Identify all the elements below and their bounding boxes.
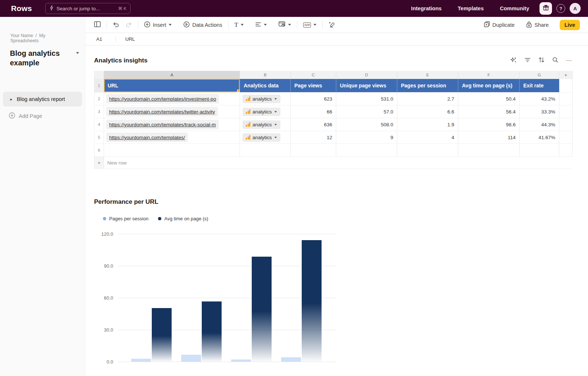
gift-button[interactable] (539, 2, 552, 15)
analytics-chip[interactable]: analytics (243, 120, 280, 129)
redo-button[interactable] (125, 20, 133, 30)
table-title[interactable]: Analytics insights (94, 57, 147, 64)
caret-right-icon[interactable]: ▸ (10, 97, 12, 102)
analytics-chip[interactable]: analytics (243, 133, 280, 142)
nav-link-integrations[interactable]: Integrations (411, 6, 442, 11)
value-cell[interactable]: 98.6 (458, 118, 520, 131)
more-button[interactable]: ⋯ (566, 59, 572, 62)
column-header-A[interactable]: A (104, 71, 240, 79)
value-cell[interactable]: 2.7 (397, 93, 458, 105)
value-cell[interactable]: 1.9 (397, 118, 458, 131)
help-button[interactable]: ? (556, 4, 565, 13)
nav-link-community[interactable]: Community (500, 6, 529, 11)
value-cell[interactable]: 43.2% (520, 93, 559, 105)
empty-cell[interactable] (104, 144, 240, 157)
selection-fill-handle[interactable] (237, 90, 240, 92)
row-header-4[interactable]: 4 (94, 118, 104, 131)
column-header-D[interactable]: D (336, 71, 397, 79)
url-link[interactable]: https://yourdomain.com/templates/track-s… (109, 122, 216, 127)
number-format-button[interactable]: 123 (302, 21, 317, 29)
clear-format-button[interactable] (328, 20, 336, 30)
share-button[interactable]: Share (526, 20, 549, 30)
spreadsheet-title[interactable]: Blog analytics example (10, 48, 69, 68)
search-button[interactable] (552, 57, 558, 64)
value-cell[interactable]: 508.0 (336, 118, 397, 131)
sidebar-toggle-button[interactable] (93, 20, 101, 30)
empty-cell[interactable] (520, 144, 559, 157)
column-header-B[interactable]: B (240, 71, 291, 79)
search-input[interactable] (57, 6, 115, 11)
header-cell-2[interactable]: Analytics data (240, 79, 291, 93)
new-row-bar[interactable]: + New row (94, 157, 572, 169)
global-search[interactable]: ⌘ K (45, 3, 130, 14)
cell-style-button[interactable] (278, 20, 292, 30)
value-cell[interactable]: 531.0 (336, 93, 397, 105)
value-cell[interactable]: 9 (336, 131, 397, 144)
url-cell[interactable]: https://yourdomain.com/templates/twitter… (104, 105, 240, 118)
live-button[interactable]: Live (560, 20, 580, 30)
header-cell-5[interactable]: Pages per session (397, 79, 458, 93)
title-caret-down-icon[interactable] (76, 52, 79, 54)
row-header-2[interactable]: 2 (94, 93, 104, 105)
empty-cell[interactable] (291, 144, 336, 157)
chart-title[interactable]: Performance per URL (94, 198, 588, 206)
value-cell[interactable]: 623 (291, 93, 336, 105)
row-header-6[interactable]: 6 (94, 144, 104, 157)
alignment-button[interactable] (255, 21, 268, 29)
url-cell[interactable]: https://yourdomain.com/templates/track-s… (104, 118, 240, 131)
row-header-1[interactable]: 1 (94, 79, 104, 93)
add-page-button[interactable]: Add Page (0, 112, 85, 120)
nav-link-templates[interactable]: Templates (458, 6, 484, 11)
column-header-E[interactable]: E (397, 71, 458, 79)
value-cell[interactable]: 57.0 (336, 105, 397, 118)
avatar[interactable]: A (570, 3, 581, 14)
sidebar-item-blog-analytics-report[interactable]: ▸ Blog analytics report (3, 92, 82, 106)
sort-button[interactable] (538, 57, 545, 64)
row-header-3[interactable]: 3 (94, 105, 104, 118)
analytics-data-cell[interactable]: analytics (240, 118, 291, 131)
filter-button[interactable] (524, 58, 531, 64)
value-cell[interactable]: 44.3% (520, 118, 559, 131)
column-header-C[interactable]: C (291, 71, 336, 79)
empty-cell[interactable] (458, 144, 520, 157)
value-cell[interactable]: 636 (291, 118, 336, 131)
empty-cell[interactable] (240, 144, 291, 157)
insert-button[interactable]: Insert (143, 20, 172, 30)
breadcrumb-your-name[interactable]: Your Name (10, 33, 33, 38)
header-cell-7[interactable]: Exit rate (520, 79, 559, 93)
formula-input[interactable]: URL (125, 36, 135, 42)
header-cell-1[interactable]: URL (104, 79, 240, 93)
empty-cell[interactable] (397, 144, 458, 157)
corner-cell[interactable] (94, 71, 104, 79)
name-box[interactable]: A1 (96, 36, 115, 42)
url-cell[interactable]: https://yourdomain.com/templates/ (104, 131, 240, 144)
value-cell[interactable]: 56.4 (458, 105, 520, 118)
column-header-G[interactable]: G (520, 71, 559, 79)
url-link[interactable]: https://yourdomain.com/templates/ (109, 135, 185, 140)
duplicate-button[interactable]: Duplicate (483, 20, 515, 30)
empty-cell[interactable] (336, 144, 397, 157)
row-header-5[interactable]: 5 (94, 131, 104, 144)
analytics-chip[interactable]: analytics (243, 95, 280, 103)
analytics-data-cell[interactable]: analytics (240, 93, 291, 105)
analytics-chip[interactable]: analytics (243, 108, 280, 116)
header-cell-3[interactable]: Page views (291, 79, 336, 93)
value-cell[interactable]: 41.67% (520, 131, 559, 144)
data-actions-button[interactable]: Data Actions (183, 20, 223, 30)
value-cell[interactable]: 66 (291, 105, 336, 118)
analytics-data-cell[interactable]: analytics (240, 105, 291, 118)
new-row-plus-icon[interactable]: + (94, 157, 104, 169)
value-cell[interactable]: 33.3% (520, 105, 559, 118)
value-cell[interactable]: 4 (397, 131, 458, 144)
header-cell-6[interactable]: Avg time on page (s) (458, 79, 520, 93)
analytics-data-cell[interactable]: analytics (240, 131, 291, 144)
undo-button[interactable] (112, 20, 120, 30)
text-style-button[interactable]: T (234, 21, 244, 29)
value-cell[interactable]: 12 (291, 131, 336, 144)
url-cell[interactable]: https://yourdomain.com/templates/investm… (104, 93, 240, 105)
add-column-button[interactable]: + (559, 71, 573, 79)
url-link[interactable]: https://yourdomain.com/templates/twitter… (109, 109, 215, 115)
ai-sparkle-button[interactable] (510, 57, 517, 64)
header-cell-4[interactable]: Unique page views (336, 79, 397, 93)
column-header-F[interactable]: F (458, 71, 520, 79)
